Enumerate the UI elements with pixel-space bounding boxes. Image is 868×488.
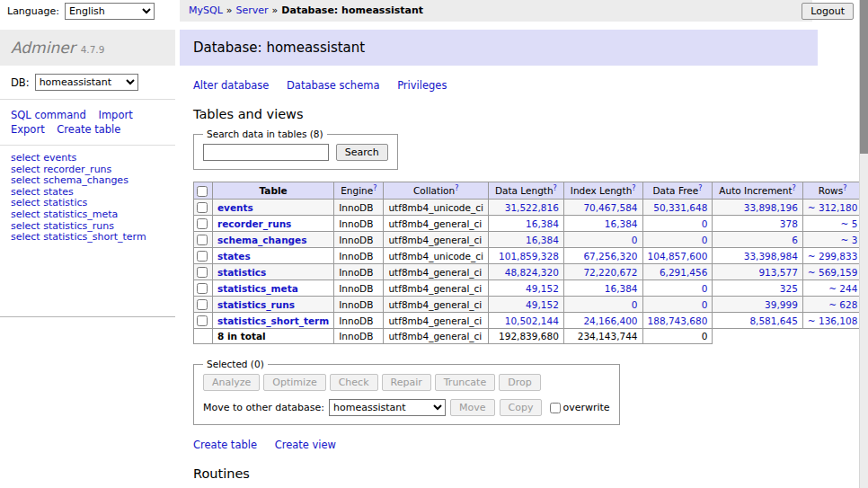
data-length-link[interactable]: 16,384: [526, 218, 559, 229]
data-length-link[interactable]: 31,522,816: [505, 202, 559, 213]
sidebar-link-create-table[interactable]: Create table: [57, 123, 120, 136]
sidebar-link-sql-command[interactable]: SQL command: [11, 109, 86, 121]
auto-increment-link[interactable]: 378: [780, 218, 798, 229]
column-help-link[interactable]: ?: [554, 184, 557, 192]
table-name-link[interactable]: schema_changes: [217, 235, 307, 245]
data-length-link[interactable]: 16,384: [526, 235, 559, 245]
table-name-link[interactable]: statistics_meta: [217, 283, 298, 294]
auto-increment-link[interactable]: 913,577: [758, 267, 797, 278]
table-row: statistics_metaInnoDButf8mb4_general_ci4…: [194, 280, 868, 297]
drop-button[interactable]: Drop: [499, 374, 540, 391]
database-schema-link[interactable]: Database schema: [287, 79, 379, 92]
rows-link[interactable]: ~ 628: [828, 299, 857, 310]
sidebar-table-link[interactable]: select schema_changes: [11, 175, 164, 187]
index-length-link[interactable]: 0: [632, 299, 638, 310]
rows-link[interactable]: ~ 312,180: [808, 202, 858, 213]
table-name-link[interactable]: events: [217, 202, 253, 213]
data-free-link[interactable]: 50,331,648: [653, 202, 707, 213]
auto-increment-link[interactable]: 8,581,645: [749, 315, 797, 326]
sidebar-table-link[interactable]: select statistics_meta: [11, 209, 164, 221]
logout-button[interactable]: Logout: [802, 3, 854, 20]
table-name-link[interactable]: statistics_short_term: [217, 315, 329, 326]
data-length-link[interactable]: 101,859,328: [499, 251, 559, 262]
engine-value: InnoDB: [339, 218, 373, 229]
sidebar-table-link[interactable]: select statistics_short_term: [11, 232, 164, 244]
data-free-link[interactable]: 0: [702, 218, 708, 229]
rows-link[interactable]: ~ 3: [841, 235, 858, 245]
index-length-link[interactable]: 24,166,400: [583, 315, 637, 326]
row-checkbox[interactable]: [197, 235, 208, 245]
column-help-link[interactable]: ?: [455, 184, 458, 192]
data-free-link[interactable]: 0: [702, 299, 708, 310]
data-free-link[interactable]: 6,291,456: [660, 267, 707, 278]
data-free-link[interactable]: 104,857,600: [648, 251, 708, 262]
column-help-link[interactable]: ?: [373, 184, 376, 192]
data-free-link[interactable]: 0: [702, 283, 708, 294]
index-length-link[interactable]: 67,256,320: [583, 251, 637, 262]
row-checkbox[interactable]: [197, 315, 208, 326]
index-length-link[interactable]: 70,467,584: [583, 202, 637, 213]
select-all-checkbox[interactable]: [197, 186, 208, 197]
row-checkbox[interactable]: [197, 202, 208, 213]
row-checkbox[interactable]: [197, 251, 208, 262]
language-select[interactable]: English: [65, 3, 155, 20]
table-name-link[interactable]: states: [217, 251, 251, 262]
data-length-link[interactable]: 10,502,144: [505, 315, 559, 326]
breadcrumb-link-mysql[interactable]: MySQL: [189, 4, 223, 16]
table-name-link[interactable]: recorder_runs: [217, 218, 291, 229]
cell-index_length: 16,384: [563, 216, 642, 232]
copy-button[interactable]: Copy: [500, 399, 543, 416]
sidebar-link-import[interactable]: Import: [98, 109, 132, 121]
row-checkbox[interactable]: [197, 283, 208, 294]
vertical-scrollbar[interactable]: [859, 0, 868, 488]
create-table-link[interactable]: Create table: [193, 439, 257, 451]
column-help-link[interactable]: ?: [843, 184, 846, 192]
index-length-link[interactable]: 0: [632, 235, 638, 245]
sidebar-table-link[interactable]: select events: [11, 153, 164, 164]
rows-link[interactable]: ~ 136,108: [808, 315, 858, 326]
search-input[interactable]: [203, 144, 329, 161]
data-free-link[interactable]: 188,743,680: [648, 315, 708, 326]
row-checkbox[interactable]: [197, 267, 208, 278]
check-button[interactable]: Check: [330, 374, 378, 391]
scrollbar-thumb[interactable]: [860, 0, 868, 154]
move-db-select[interactable]: homeassistant: [329, 399, 446, 416]
sidebar-link-export[interactable]: Export: [11, 123, 45, 136]
table-name-link[interactable]: statistics: [217, 267, 266, 278]
optimize-button[interactable]: Optimize: [263, 374, 325, 391]
auto-increment-link[interactable]: 33,898,196: [744, 202, 798, 213]
rows-link[interactable]: ~ 244: [828, 283, 857, 294]
move-button[interactable]: Move: [450, 399, 495, 416]
breadcrumb-link-server[interactable]: Server: [236, 4, 269, 16]
row-checkbox[interactable]: [197, 218, 208, 229]
auto-increment-link[interactable]: 39,999: [765, 299, 798, 310]
auto-increment-link[interactable]: 325: [780, 283, 798, 294]
data-length-link[interactable]: 48,824,320: [505, 267, 559, 278]
analyze-button[interactable]: Analyze: [203, 374, 260, 391]
row-checkbox[interactable]: [197, 299, 208, 310]
create-view-link[interactable]: Create view: [275, 439, 336, 451]
data-free-link[interactable]: 0: [702, 235, 708, 245]
index-length-link[interactable]: 16,384: [605, 218, 638, 229]
column-help-link[interactable]: ?: [698, 184, 702, 192]
data-length-link[interactable]: 49,152: [526, 283, 559, 294]
repair-button[interactable]: Repair: [382, 374, 431, 391]
truncate-button[interactable]: Truncate: [435, 374, 495, 391]
index-length-link[interactable]: 16,384: [605, 283, 638, 294]
db-select[interactable]: homeassistant: [35, 74, 138, 91]
search-button[interactable]: Search: [336, 144, 388, 161]
rows-link[interactable]: ~ 5: [841, 218, 858, 229]
privileges-link[interactable]: Privileges: [397, 79, 447, 92]
rows-link[interactable]: ~ 299,833: [808, 251, 858, 262]
index-length-link[interactable]: 72,220,672: [583, 267, 637, 278]
data-length-link[interactable]: 49,152: [526, 299, 559, 310]
auto-increment-link[interactable]: 33,398,984: [744, 251, 798, 262]
table-name-link[interactable]: statistics_runs: [217, 299, 295, 310]
overwrite-checkbox[interactable]: [550, 403, 561, 413]
auto-increment-link[interactable]: 6: [792, 235, 798, 245]
column-help-link[interactable]: ?: [793, 184, 796, 192]
column-label: Rows: [819, 185, 843, 196]
column-help-link[interactable]: ?: [632, 184, 635, 192]
alter-database-link[interactable]: Alter database: [193, 79, 269, 92]
rows-link[interactable]: ~ 569,159: [808, 267, 858, 278]
